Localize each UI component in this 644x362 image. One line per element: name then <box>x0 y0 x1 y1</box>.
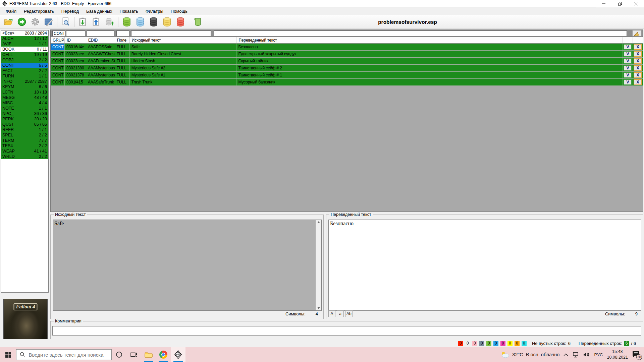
sidebar-item-tes4[interactable]: TES42 / 2 <box>1 143 48 148</box>
restore-button[interactable] <box>612 0 628 7</box>
sidebar-item-cobj[interactable]: COBJ2 / 2 <box>1 57 48 63</box>
search-button[interactable] <box>59 15 72 28</box>
menu-translate[interactable]: Перевод <box>58 8 83 15</box>
sidebar-item-cont[interactable]: CONT6 / 6 <box>1 63 48 68</box>
cell-id[interactable]: 03016d4e <box>65 44 86 50</box>
language-indicator[interactable]: РУС <box>594 352 603 357</box>
menu-help[interactable]: Помощь <box>167 8 191 15</box>
validate-button[interactable]: V <box>624 44 632 50</box>
scrollbar[interactable] <box>316 220 321 310</box>
reject-button[interactable]: X <box>634 51 642 57</box>
reject-button[interactable]: X <box>634 44 642 50</box>
sidebar-item-note[interactable]: NOTE1 / 1 <box>1 106 48 111</box>
cell-translation[interactable]: Таинственный сейф # 2 <box>236 65 623 71</box>
import-translation-button[interactable] <box>76 15 89 28</box>
start-button[interactable] <box>0 347 16 362</box>
taskbar-search-input[interactable] <box>28 352 108 358</box>
cell-field[interactable]: FULL <box>115 79 130 85</box>
filter-grup-input[interactable] <box>52 31 65 36</box>
table-row[interactable]: CONT 03023aea AAAFreakersStash FULL Hidd… <box>51 58 643 65</box>
script-button[interactable] <box>191 15 204 28</box>
header-source[interactable]: Исходный текст <box>130 37 237 43</box>
cell-grup[interactable]: CONT <box>51 79 65 85</box>
reject-button[interactable]: X <box>634 58 642 64</box>
cell-id[interactable]: 03021380 <box>65 65 86 71</box>
cell-grup[interactable]: CONT <box>51 72 65 78</box>
sidebar-item-npc[interactable]: NPC_36 / 36 <box>1 111 48 116</box>
table-row[interactable]: CONT 03023aec AAAGWTChest FULL Barely Hi… <box>51 51 643 58</box>
cell-grup[interactable]: CONT <box>51 58 65 64</box>
header-translation[interactable]: Переведенный текст <box>236 37 623 43</box>
clear-filters-button[interactable] <box>632 30 642 37</box>
menu-filters[interactable]: Фильтры <box>142 8 167 15</box>
notification-center-button[interactable]: 20 <box>632 350 641 359</box>
file-explorer-button[interactable] <box>141 347 156 362</box>
source-textarea[interactable]: Safe <box>53 220 322 311</box>
header-id[interactable]: ID <box>65 37 86 43</box>
sidebar-item-cell[interactable]: CELL19 / 19 <box>1 52 48 57</box>
esp-translator-button[interactable] <box>171 347 185 362</box>
cell-source[interactable]: Barely Hidden Closed Chest <box>130 51 237 57</box>
cell-id[interactable]: 03021378 <box>65 72 86 78</box>
filter-source-input[interactable] <box>131 31 211 36</box>
cell-edid[interactable]: AAAMysteriousS... <box>86 72 115 78</box>
close-button[interactable] <box>628 0 644 7</box>
sidebar-item-misc[interactable]: MISC4 / 4 <box>1 100 48 106</box>
sidebar-item-all[interactable]: <Все>2883 / 2894 <box>1 31 48 36</box>
validate-button[interactable]: V <box>624 51 632 57</box>
taskbar-search[interactable] <box>16 349 112 360</box>
cell-source[interactable]: Mysterious Safe #1 <box>130 72 237 78</box>
task-view-button[interactable] <box>126 347 141 362</box>
cell-source[interactable]: Trash Trunk <box>130 79 237 85</box>
cell-source[interactable]: Hidden Stash <box>130 58 237 64</box>
sidebar-item-mesg[interactable]: MESG48 / 48 <box>1 95 48 100</box>
cell-edid[interactable]: AAAFreakersStash <box>86 58 115 64</box>
cell-edid[interactable]: AAAGWTChest <box>86 51 115 57</box>
filter-edid-input[interactable] <box>87 31 114 36</box>
sidebar-item-qust[interactable]: QUST65 / 65 <box>1 122 48 127</box>
cell-field[interactable]: FULL <box>115 51 130 57</box>
comment-input[interactable] <box>52 326 641 336</box>
sidebar-item-spel[interactable]: SPEL2 / 2 <box>1 132 48 138</box>
table-row[interactable]: CONT 03021380 AAAMysteriousS... FULL Mys… <box>51 65 643 72</box>
cell-grup[interactable]: CONT <box>51 65 65 71</box>
validate-button[interactable]: V <box>624 65 632 71</box>
translation-textarea[interactable]: Безопасно <box>328 220 641 311</box>
volume-icon[interactable] <box>583 352 590 357</box>
sidebar-item-avif[interactable]: AVIF1 / 1 <box>1 41 48 47</box>
sidebar-item-furn[interactable]: FURN1 / 1 <box>1 73 48 79</box>
reject-button[interactable]: X <box>634 79 642 85</box>
cell-edid[interactable]: AAAPOSSafe <box>86 44 115 50</box>
header-edid[interactable]: EDID <box>86 37 115 43</box>
menu-file[interactable]: Файл <box>2 8 20 15</box>
table-row[interactable]: CONT 0301f415 AAASafeTrunk FULL Trash Tr… <box>51 79 643 86</box>
reject-button[interactable]: X <box>634 65 642 71</box>
sidebar-item-info[interactable]: INFO2587 / 2587 <box>1 79 48 84</box>
scroll-up-icon[interactable] <box>317 221 320 223</box>
database-upload-button[interactable] <box>103 15 116 28</box>
cell-translation[interactable]: Едва скрытый закрытый сундук <box>236 51 623 57</box>
cortana-button[interactable] <box>112 347 126 362</box>
cell-edid[interactable]: AAASafeTrunk <box>86 79 115 85</box>
cell-field[interactable]: FULL <box>115 65 130 71</box>
sidebar-item-book[interactable]: BOOK0 / 11 <box>1 47 48 52</box>
cell-id[interactable]: 0301f415 <box>65 79 86 85</box>
open-button[interactable] <box>2 15 15 28</box>
options-button[interactable] <box>42 15 55 28</box>
cell-field[interactable]: FULL <box>115 72 130 78</box>
validate-button[interactable]: V <box>624 72 632 78</box>
cell-grup[interactable]: CONT <box>51 51 65 57</box>
cell-translation[interactable]: Мусорный багажник <box>236 79 623 85</box>
cell-id[interactable]: 03023aea <box>65 58 86 64</box>
chevron-up-icon[interactable] <box>564 353 568 356</box>
uppercase-button[interactable]: A <box>328 310 335 317</box>
titlecase-button[interactable]: Ab <box>345 310 353 317</box>
sidebar-item-fact[interactable]: FACT2 / 2 <box>1 68 48 73</box>
cell-edid[interactable]: AAAMysteriousS... <box>86 65 115 71</box>
menu-database[interactable]: База данных <box>83 8 116 15</box>
sidebar-item-wrld[interactable]: WRLD2 / 2 <box>1 154 48 159</box>
cell-grup[interactable]: CONT <box>51 44 65 50</box>
database-black-button[interactable] <box>147 15 160 28</box>
scroll-down-icon[interactable] <box>317 307 320 309</box>
export-translation-button[interactable] <box>90 15 103 28</box>
